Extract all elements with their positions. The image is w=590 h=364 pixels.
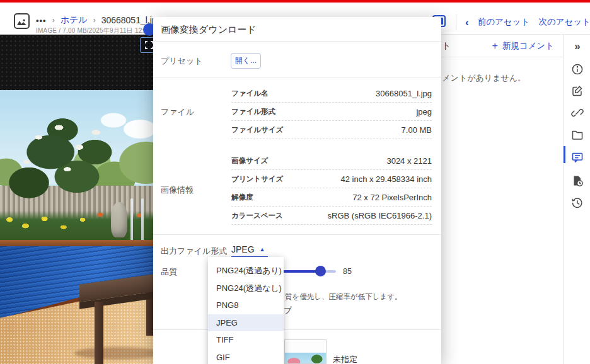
quality-value: 85	[343, 267, 352, 276]
open-preset-button[interactable]: 開く...	[231, 53, 261, 69]
edit-icon[interactable]	[570, 84, 584, 98]
version-history-icon[interactable]	[570, 196, 584, 210]
separator	[153, 234, 441, 235]
side-icon-rail: »	[563, 35, 590, 364]
asset-meta-text: IMAGE / 7.00 MB/2025年9月11日 12:00:35	[36, 26, 160, 35]
new-comment-label: 新規コメント	[502, 40, 554, 52]
color-space-row: カラースペース sRGB (sRGB IEC61966-2.1)	[231, 207, 432, 225]
output-format-label: 出力ファイル形式	[161, 246, 227, 257]
crop-preview-thumbnail	[284, 339, 327, 364]
link-icon[interactable]	[570, 106, 584, 120]
collapse-panel-icon[interactable]: »	[570, 40, 584, 54]
comments-empty-text: コメントがありません。	[434, 72, 526, 84]
modal-title: 画像変換ダウンロード	[161, 24, 257, 36]
option-gif[interactable]: GIF	[208, 349, 284, 364]
output-format-value: JPEG	[231, 244, 255, 254]
photo-statue	[111, 202, 127, 237]
field-label: ファイルサイズ	[231, 125, 283, 135]
file-history-icon[interactable]	[570, 174, 584, 188]
top-accent-bar	[0, 0, 590, 3]
output-format-dropdown: PNG24(透過あり) PNG24(透過なし) PNG8 JPEG TIFF G…	[208, 257, 284, 364]
breadcrumb-separator-icon: ›	[52, 16, 55, 25]
comments-icon[interactable]	[570, 151, 584, 164]
prev-chevron-icon: ‹	[465, 17, 469, 28]
crop-preview-image	[285, 353, 326, 363]
next-asset-button[interactable]: 次のアセット	[538, 16, 590, 28]
active-tab-indicator	[564, 146, 565, 163]
separator	[153, 41, 441, 42]
viewer-toolbar-area	[0, 35, 159, 90]
crop-value: 未指定	[333, 354, 357, 364]
photo-table-shadow	[74, 347, 159, 360]
field-value: 30668051_l.jpg	[376, 89, 432, 98]
file-name-row: ファイル名 30668051_l.jpg	[231, 84, 432, 103]
field-label: プリントサイズ	[231, 174, 283, 184]
photo-table-leg	[95, 302, 103, 364]
breadcrumb-separator-icon: ›	[93, 16, 96, 25]
print-size-row: プリントサイズ 42 inch x 29.458334 inch	[231, 170, 432, 188]
field-value: 3024 x 2121	[386, 156, 432, 166]
option-jpeg[interactable]: JPEG	[208, 314, 284, 332]
output-format-select[interactable]: JPEG ▲	[231, 244, 265, 254]
new-comment-button[interactable]: + 新規コメント	[492, 40, 554, 52]
file-section-label: ファイル	[161, 106, 194, 118]
file-format-row: ファイル形式 jpeg	[231, 103, 432, 121]
field-label: ファイル形式	[231, 107, 275, 117]
asset-preview-image	[0, 90, 159, 364]
quality-hint-text: 質を優先し、圧縮率が低下します。	[285, 292, 402, 302]
plus-icon: +	[492, 41, 497, 51]
option-png8[interactable]: PNG8	[208, 297, 284, 314]
separator	[153, 329, 441, 330]
option-png24-alpha[interactable]: PNG24(透過あり)	[208, 262, 284, 280]
prev-asset-button[interactable]: 前のアセット	[478, 16, 530, 28]
asset-navigation: ‹ 前のアセット 次のアセット ›	[465, 15, 590, 29]
folder-icon[interactable]	[570, 128, 584, 142]
field-label: ファイル名	[231, 89, 269, 98]
breadcrumb-folder-link[interactable]: ホテル	[61, 14, 88, 26]
image-size-row: 画像サイズ 3024 x 2121	[231, 152, 432, 170]
breadcrumb: ••• › ホテル › 30668051_l.jpg	[36, 14, 161, 26]
field-value: 42 inch x 29.458334 inch	[340, 174, 432, 184]
separator	[153, 77, 441, 77]
image-convert-download-modal: 画像変換ダウンロード プリセット 開く... ファイル ファイル名 306680…	[153, 17, 441, 364]
slider-thumb[interactable]	[315, 266, 326, 276]
breadcrumb-more-button[interactable]: •••	[36, 16, 47, 25]
image-info-section-label: 画像情報	[161, 185, 194, 196]
file-size-row: ファイルサイズ 7.00 MB	[231, 121, 432, 139]
progressive-label-fragment: ブ	[284, 305, 292, 316]
resolution-row: 解像度 72 x 72 PixelsPerInch	[231, 188, 432, 207]
preset-label: プリセット	[161, 55, 203, 67]
quality-label: 品質	[161, 266, 177, 278]
info-icon[interactable]	[570, 62, 584, 76]
option-tiff[interactable]: TIFF	[208, 331, 284, 349]
field-value: 7.00 MB	[402, 125, 432, 135]
image-asset-icon	[14, 13, 30, 29]
field-value: sRGB (sRGB IEC61966-2.1)	[328, 211, 432, 220]
field-value: jpeg	[416, 107, 432, 117]
header-divider	[456, 14, 456, 30]
option-png24-noalpha[interactable]: PNG24(透過なし)	[208, 280, 284, 297]
field-label: 解像度	[231, 193, 253, 202]
field-label: カラースペース	[231, 211, 283, 220]
field-value: 72 x 72 PixelsPerInch	[352, 193, 432, 202]
caret-up-icon: ▲	[260, 246, 265, 253]
field-label: 画像サイズ	[231, 156, 268, 166]
